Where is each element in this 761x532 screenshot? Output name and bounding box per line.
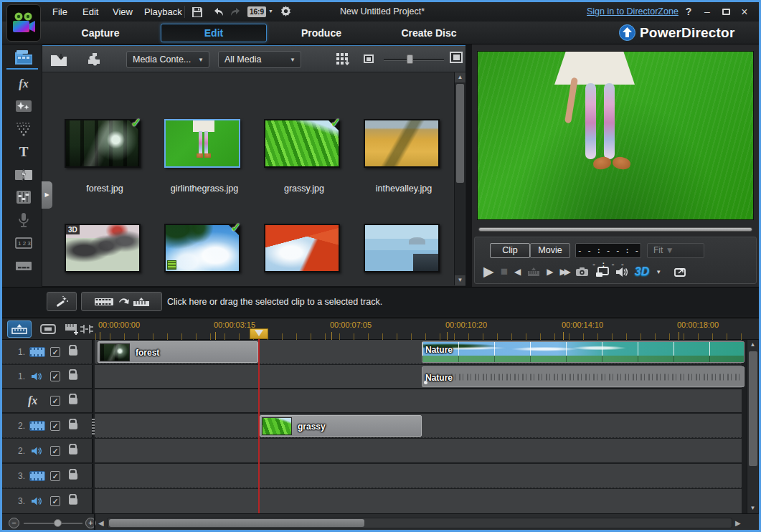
menu-file[interactable]: File — [47, 2, 73, 22]
scroll-up-icon[interactable]: ▲ — [455, 72, 465, 82]
library-scrollbar[interactable]: ▲ ▼ — [454, 72, 465, 285]
dual-preview-button[interactable] — [595, 267, 609, 277]
media-room-icon[interactable] — [11, 47, 36, 67]
timeline-hscrollbar[interactable] — [107, 518, 732, 528]
media-thumbnail[interactable]: ✓ — [164, 224, 240, 272]
timeline-vscrollbar-thumb[interactable] — [749, 351, 757, 466]
previous-frame-button[interactable]: ◀ — [514, 262, 521, 282]
plugin-puzzle-button[interactable] — [84, 49, 105, 69]
track-header-video3[interactable]: 3. ✓ — [2, 464, 93, 488]
tab-create-disc[interactable]: Create Disc — [389, 22, 468, 44]
track-enable-checkbox[interactable]: ✓ — [50, 421, 60, 431]
timeline-clip-grassy[interactable]: grassy — [260, 415, 422, 437]
insert-to-timeline-button[interactable] — [81, 292, 162, 311]
play-button[interactable]: ▶ — [483, 262, 494, 282]
media-thumbnail-selected[interactable] — [164, 119, 240, 168]
3d-toggle-button[interactable]: 3D — [635, 265, 649, 278]
track-lock-icon[interactable] — [69, 447, 77, 454]
thumb-size-slider-handle[interactable] — [407, 54, 413, 64]
redo-icon[interactable] — [227, 4, 245, 19]
aspect-ratio-selector[interactable]: 16:9 — [247, 6, 266, 17]
track-resize-grip[interactable] — [92, 419, 95, 434]
track-header-audio1[interactable]: 1. ✓ — [2, 365, 93, 389]
volume-keyframe-node[interactable] — [424, 381, 427, 384]
tab-produce[interactable]: Produce — [284, 22, 359, 44]
preview-seek-bar[interactable] — [478, 227, 752, 232]
undock-preview-button[interactable] — [673, 267, 686, 277]
minimize-button[interactable]: – — [699, 2, 715, 22]
transition-room-icon[interactable] — [11, 165, 36, 185]
track-enable-checkbox[interactable]: ✓ — [50, 446, 60, 456]
media-thumbnail[interactable] — [364, 224, 440, 272]
mark-in-button[interactable] — [527, 267, 540, 277]
thumb-size-slider[interactable] — [384, 59, 444, 61]
timecode-display[interactable]: - - : - - : - - : - - — [575, 243, 641, 258]
timeline-zoom-slider-handle[interactable] — [54, 519, 62, 527]
menu-playback[interactable]: Playback — [138, 2, 188, 22]
media-thumbnail[interactable]: ✓ — [264, 119, 340, 168]
track-header-fx[interactable]: fx ✓ — [2, 389, 93, 413]
track-lock-icon[interactable] — [69, 398, 77, 404]
track-header-audio2[interactable]: 2. ✓ — [2, 439, 93, 463]
media-type-dropdown[interactable]: All Media ▼ — [218, 51, 301, 68]
undo-icon[interactable] — [209, 4, 227, 19]
voiceover-room-icon[interactable] — [11, 210, 36, 230]
aspect-caret-icon[interactable]: ▼ — [268, 9, 273, 14]
media-thumbnail[interactable]: ✓ — [65, 119, 141, 168]
track-lane-video3[interactable] — [95, 464, 742, 488]
track-enable-checkbox[interactable]: ✓ — [50, 471, 60, 481]
title-room-icon[interactable]: T — [11, 142, 36, 162]
library-scrollbar-thumb[interactable] — [456, 84, 464, 183]
help-button[interactable]: ? — [681, 2, 696, 22]
media-item-grassy[interactable]: ✓ grassy.jpg — [262, 119, 346, 212]
grid-view-button[interactable] — [333, 49, 354, 69]
scroll-down-icon[interactable]: ▼ — [455, 275, 465, 285]
thumb-size-large-icon[interactable] — [450, 52, 463, 66]
magic-wand-button[interactable] — [47, 292, 77, 311]
track-enable-checkbox[interactable]: ✓ — [50, 371, 60, 381]
track-enable-checkbox[interactable]: ✓ — [50, 347, 60, 357]
track-header-video2[interactable]: 2. ✓ — [2, 414, 93, 438]
clip-mode-button[interactable]: Clip — [490, 243, 530, 258]
fast-forward-button[interactable]: ▶▶ — [559, 262, 568, 282]
track-enable-checkbox[interactable]: ✓ — [50, 496, 60, 506]
media-item-inthevalley[interactable]: inthevalley.jpg — [361, 119, 446, 212]
timeline-zoom-slider[interactable] — [24, 523, 82, 524]
track-lock-icon[interactable] — [69, 498, 77, 505]
timeline-clip-forest[interactable]: forest — [98, 341, 258, 363]
media-item-girlinthegrass[interactable]: girlinthegrass.jpg — [162, 119, 247, 212]
audio-mixing-room-icon[interactable] — [11, 187, 36, 207]
track-header-video1[interactable]: 1. ✓ — [2, 340, 93, 364]
stop-button[interactable]: ■ — [501, 262, 508, 282]
scroll-right-icon[interactable]: ▶ — [735, 518, 741, 528]
track-enable-checkbox[interactable]: ✓ — [50, 396, 60, 406]
thumb-size-small-icon[interactable] — [364, 53, 374, 66]
scroll-left-icon[interactable]: ◀ — [98, 518, 104, 528]
media-thumbnail[interactable] — [364, 119, 440, 168]
track-lane-audio3[interactable] — [95, 489, 742, 513]
scroll-down-icon[interactable]: ▼ — [747, 503, 758, 513]
track-lock-icon[interactable] — [69, 422, 77, 429]
save-project-icon[interactable] — [189, 4, 206, 19]
import-media-button[interactable] — [48, 49, 70, 69]
media-thumbnail[interactable]: 3D — [65, 224, 141, 272]
storyboard-view-button[interactable] — [36, 320, 60, 338]
track-lane-fx[interactable] — [95, 389, 742, 413]
zoom-fit-dropdown[interactable]: Fit ▼ — [647, 243, 704, 258]
movie-mode-button[interactable]: Movie — [530, 243, 570, 258]
pip-objects-room-icon[interactable] — [11, 96, 36, 116]
3d-caret-icon[interactable]: ▼ — [656, 269, 661, 275]
particle-room-icon[interactable] — [11, 119, 36, 139]
timeline-hscrollbar-thumb[interactable] — [109, 519, 364, 527]
track-lock-icon[interactable] — [69, 472, 77, 479]
library-flyout-handle[interactable]: ▶ — [42, 181, 52, 209]
drag-hint-text[interactable]: Click here or drag the selected clip to … — [167, 288, 382, 316]
volume-speaker-button[interactable] — [615, 267, 628, 277]
track-header-audio3[interactable]: 3. ✓ — [2, 489, 93, 513]
playhead-line[interactable] — [258, 339, 260, 513]
close-button[interactable]: × — [737, 2, 752, 22]
menu-view[interactable]: View — [107, 2, 138, 22]
effects-room-icon[interactable]: fx — [11, 74, 36, 94]
subtitle-room-icon[interactable] — [11, 256, 36, 276]
content-filter-dropdown[interactable]: Media Conte... ▼ — [126, 51, 209, 68]
